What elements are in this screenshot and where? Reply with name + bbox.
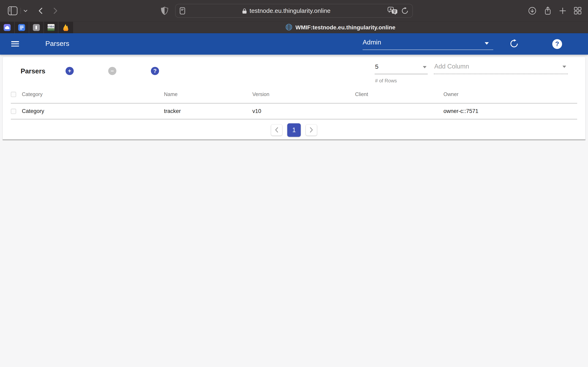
usda-icon: USDA [48,24,54,31]
favorites-bar: USDA [0,22,73,33]
rows-per-page-select[interactable]: 5 [375,62,428,74]
minus-glyph: − [111,68,114,74]
chevron-right-icon [309,127,314,134]
share-button[interactable] [544,6,552,16]
add-parser-button[interactable]: + [66,67,74,75]
forward-button[interactable] [49,5,62,17]
tab-overview-button[interactable] [573,7,582,15]
sidebar-dropdown-button[interactable] [23,7,28,15]
current-page-number: 1 [292,126,296,134]
help-button[interactable]: ? [552,39,562,49]
plus-icon [559,7,566,15]
plus-glyph: + [68,68,71,74]
rows-per-page-value: 5 [375,62,428,74]
cell-category: Category [22,108,164,114]
chevron-down-icon [24,9,27,12]
add-column-select[interactable]: Add Column [434,62,568,74]
chevron-left-icon [38,7,43,14]
card-title: Parsers [21,67,45,75]
docs-app-icon [18,24,25,31]
refresh-icon [510,39,519,49]
table-header-row: Category Name Version Client Owner [11,86,577,104]
chevron-left-icon [274,127,279,134]
menu-button[interactable] [11,41,19,47]
account-select-value: Admin [363,39,381,46]
page-title: Parsers [45,40,69,48]
privacy-report-button[interactable] [161,7,168,15]
column-header-name: Name [164,91,252,97]
address-bar[interactable]: testnode.eu.thingularity.online A [175,4,413,18]
account-select[interactable]: Admin [363,37,493,50]
address-url-text: testnode.eu.thingularity.online [250,7,330,14]
question-glyph: ? [153,68,157,74]
cell-owner: owner-c::7571 [443,108,577,114]
sidebar-icon [8,6,17,15]
reader-view-icon[interactable] [180,7,185,15]
refresh-button[interactable] [510,40,519,49]
shield-icon [161,7,168,15]
parsers-card: Parsers + − ? 5 # of Rows Add Column Cat… [3,57,585,140]
favorite-docs-app[interactable] [15,22,29,33]
chevron-right-icon [53,7,58,14]
svg-text:A: A [389,8,392,11]
downloads-button[interactable] [528,7,536,15]
favorite-cloud-app[interactable] [0,22,15,33]
grid-icon [573,7,582,15]
back-button[interactable] [34,5,47,17]
gray-app-icon [33,24,40,31]
rows-per-page-caption: # of Rows [375,78,397,83]
lock-icon [242,8,247,14]
parsers-table: Category Name Version Client Owner Categ… [11,86,577,119]
dropdown-arrow-icon [562,66,566,68]
sidebar-toggle-button[interactable] [7,6,18,16]
firebase-flame-icon [63,24,69,31]
favorite-usda[interactable]: USDA [44,22,59,33]
page-reload-button[interactable] [401,7,408,15]
previous-page-button[interactable] [271,125,282,136]
translate-button[interactable]: A [388,7,398,15]
new-tab-button[interactable] [559,7,566,15]
cell-version: v10 [252,108,355,114]
table-row[interactable]: Category tracker v10 owner-c::7571 [11,104,577,119]
app-bar: Parsers Admin ? [0,33,588,55]
address-url-area: testnode.eu.thingularity.online [185,7,388,14]
cloud-app-icon [4,24,11,31]
active-tab[interactable]: WMIF:testnode.eu.thingularity.online [285,22,395,33]
current-page-button[interactable]: 1 [287,123,301,137]
column-header-category: Category [22,91,164,97]
parser-help-button[interactable]: ? [151,67,159,75]
share-icon [544,6,552,16]
tab-title-text: WMIF:testnode.eu.thingularity.online [295,24,395,31]
tab-strip: USDA WMIF:testnode.eu.thingularity.onlin… [0,22,588,33]
cell-name: tracker [164,108,252,114]
select-all-checkbox[interactable] [11,92,16,97]
add-column-placeholder: Add Column [434,62,568,74]
globe-favicon [285,24,292,31]
column-header-client: Client [355,91,443,97]
column-header-version: Version [252,91,355,97]
browser-toolbar: testnode.eu.thingularity.online A [0,0,588,22]
column-header-owner: Owner [443,91,577,97]
favorite-firebase[interactable] [58,22,73,33]
toolbar-divider [20,8,21,14]
dropdown-arrow-icon [423,66,426,68]
dropdown-arrow-icon [485,42,489,45]
page-background: Parsers + − ? 5 # of Rows Add Column Cat… [0,55,588,367]
row-checkbox[interactable] [11,109,16,114]
question-mark-glyph: ? [555,40,559,48]
remove-parser-button[interactable]: − [108,67,116,75]
favorite-gray-app[interactable] [29,22,44,33]
download-icon [528,7,536,15]
next-page-button[interactable] [306,125,317,136]
pagination: 1 [271,123,317,137]
